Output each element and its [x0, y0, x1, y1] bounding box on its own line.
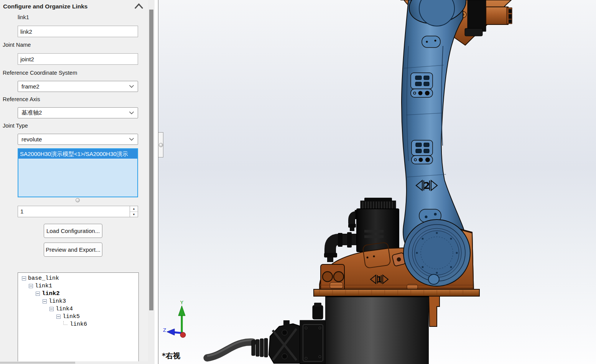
panel-horizontal-scrollbar[interactable] [0, 361, 155, 364]
spinbox-value: 1 [20, 208, 23, 215]
3d-viewport-canvas[interactable]: 2 [158, 0, 596, 364]
link-label: link1 [18, 14, 29, 20]
svg-text:2: 2 [423, 180, 430, 191]
svg-text:1: 1 [377, 275, 382, 284]
collapse-panel-button[interactable] [133, 2, 145, 11]
robot-base-cylinder [313, 289, 479, 364]
selected-components-listbox[interactable]: SA2000H30演示模型<1>/SA2000H30演示 [18, 148, 138, 197]
panel-splitter-handle[interactable] [158, 132, 163, 157]
tree-expander-icon[interactable] [43, 299, 47, 303]
tree-row-base-link[interactable]: base_link [18, 274, 138, 282]
tree-row-link2-selected[interactable]: link2 [18, 290, 138, 297]
tree-row-link1[interactable]: link1 [18, 282, 138, 290]
listbox-resize-handle[interactable] [76, 198, 80, 202]
tree-expander-icon[interactable] [29, 284, 33, 288]
preview-and-export-button[interactable]: Preview and Export... [44, 243, 102, 257]
splitter-grip-icon [159, 143, 163, 147]
spin-down-button[interactable]: ▼ [130, 212, 138, 217]
tree-expander-icon[interactable] [36, 292, 40, 296]
base-cable-connector [207, 320, 325, 364]
tree-row-link6[interactable]: link6 [18, 320, 138, 328]
robot-model[interactable]: 2 [207, 0, 512, 364]
tree-row-link4[interactable]: link4 [18, 305, 138, 313]
tree-row-link5[interactable]: link5 [18, 313, 138, 320]
selected-component-item[interactable]: SA2000H30演示模型<1>/SA2000H30演示 [18, 149, 137, 159]
z-axis-label: Z [163, 328, 166, 333]
tree-leaf-connector [63, 321, 68, 325]
tree-expander-icon[interactable] [49, 307, 54, 311]
vertical-scrollbar-thumb[interactable] [149, 10, 153, 310]
joint-type-value: revolute [21, 136, 42, 143]
joint-type-select[interactable]: revolute [18, 134, 138, 145]
joint-type-label: Joint Type [3, 123, 28, 129]
panel-title: Configure and Organize Links [3, 3, 87, 10]
spinner-buttons: ▲ ▼ [130, 206, 138, 217]
ref-coord-select[interactable]: frame2 [18, 81, 138, 92]
chevron-up-icon [133, 2, 145, 11]
3d-viewport[interactable]: 2 [158, 0, 596, 364]
horizontal-scrollbar-thumb[interactable] [0, 362, 75, 364]
tree-expander-icon[interactable] [56, 315, 61, 319]
chevron-down-icon [129, 138, 134, 141]
tree-row-link3[interactable]: link3 [18, 297, 138, 305]
application-window: Configure and Organize Links link1 Joint… [0, 0, 596, 364]
robot-shoulder-joint-disc [403, 220, 470, 286]
link-tree: base_link link1 link2 link3 link4 link5 [18, 272, 139, 364]
view-orientation-label: *右视 [162, 351, 180, 361]
property-panel: Configure and Organize Links link1 Joint… [0, 0, 158, 364]
load-configuration-button[interactable]: Load Configuration... [44, 224, 102, 238]
ref-axis-select[interactable]: 基准轴2 [18, 107, 138, 118]
spin-up-button[interactable]: ▲ [130, 206, 138, 212]
ref-coord-label: Reference Coordinate System [3, 70, 77, 76]
tree-expander-icon[interactable] [22, 276, 26, 280]
ref-axis-label: Reference Axis [3, 96, 40, 102]
ref-coord-value: frame2 [21, 83, 40, 90]
panel-right-margin [155, 0, 158, 364]
joint-name-label: Joint Name [3, 42, 31, 48]
chevron-down-icon [129, 111, 134, 115]
value-spinbox[interactable]: 1 ▲ ▼ [18, 206, 138, 217]
link-name-input[interactable] [18, 26, 138, 37]
joint-name-input[interactable] [18, 53, 138, 65]
orientation-triad: Y Z [163, 300, 186, 338]
y-axis-label: Y [180, 300, 183, 305]
chevron-down-icon [129, 85, 134, 88]
panel-vertical-scrollbar[interactable] [148, 0, 155, 364]
ref-axis-value: 基准轴2 [21, 109, 42, 116]
